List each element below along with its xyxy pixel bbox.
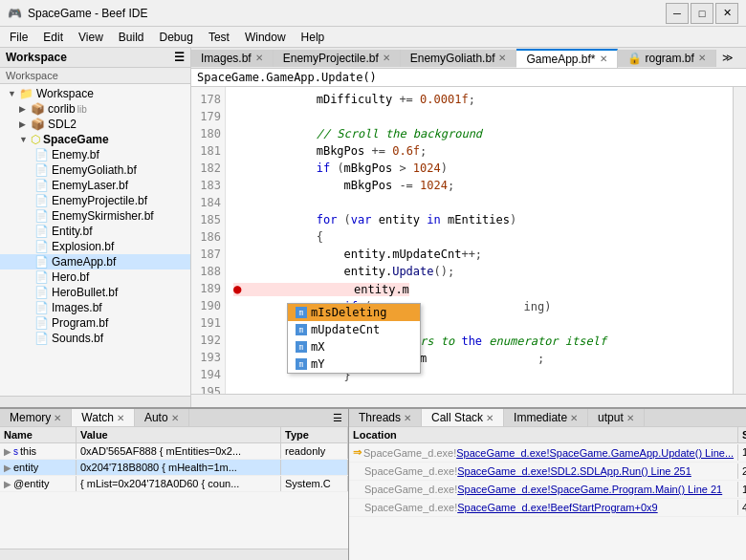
minimize-button[interactable]: ─ (666, 3, 689, 24)
sidebar-tree: ▼ 📁 Workspace ▶ 📦 corlib lib ▶ 📦 SDL2 (0, 84, 190, 396)
tab-threads[interactable]: Threads ✕ (349, 409, 422, 426)
ac-item-3[interactable]: m mY (288, 355, 420, 373)
file-herobullet[interactable]: 📄 HeroBullet.bf (0, 285, 190, 300)
top-section: Workspace ☰ Workspace ▼ 📁 Workspace ▶ 📦 … (0, 48, 746, 407)
menu-debug[interactable]: Debug (152, 29, 201, 46)
file-sounds[interactable]: 📄 Sounds.bf (0, 331, 190, 346)
tree-sdl2[interactable]: ▶ 📦 SDL2 (0, 117, 190, 132)
menu-view[interactable]: View (71, 29, 111, 46)
file-enemylaser[interactable]: 📄 EnemyLaser.bf (0, 178, 190, 193)
file-icon-4: 📄 (34, 209, 49, 223)
tab-overflow-button[interactable]: ≫ (716, 50, 739, 66)
file-icon-1: 📄 (34, 163, 49, 177)
tab-enemyprojectile[interactable]: EnemyProjectile.bf ✕ (274, 50, 401, 67)
watch-type-0: readonly (281, 443, 348, 459)
editor-horizontal-scrollbar[interactable] (191, 394, 746, 407)
ac-item-0[interactable]: m mIsDeleting (288, 304, 420, 321)
app-icon: 🎮 (8, 7, 22, 20)
sidebar-title: Workspace (6, 51, 67, 64)
memory-tab-close[interactable]: ✕ (54, 413, 61, 423)
cs-row-0[interactable]: ⇒ SpaceGame_d.exe!SpaceGame_d.exe!SpaceG… (349, 443, 746, 463)
code-container[interactable]: 178 179 180 181 182 183 184 185 186 187 … (191, 87, 746, 394)
watch-table: Name Value Type ▶ s this 0xAD'565AF888 {… (0, 427, 348, 549)
cs-row-2[interactable]: SpaceGame_d.exe!SpaceGame_d.exe!SpaceGam… (349, 481, 746, 499)
menu-edit[interactable]: Edit (35, 29, 71, 46)
file-hero[interactable]: 📄 Hero.bf (0, 269, 190, 285)
cs-row-1[interactable]: SpaceGame_d.exe!SpaceGame_d.exe!SDL2.SDL… (349, 463, 746, 481)
file-enemyskirmisher[interactable]: 📄 EnemySkirmisher.bf (0, 208, 190, 224)
watch-row-2[interactable]: ▶ @entity { mList=0x204'718A0D60 { coun.… (0, 476, 348, 492)
current-arrow: ⇒ (353, 446, 362, 459)
left-panel-tabs: Memory ✕ Watch ✕ Auto ✕ ☰ (0, 409, 348, 427)
left-panel-overflow[interactable]: ☰ (327, 410, 348, 426)
tab-program[interactable]: 🔒 rogram.bf ✕ (618, 50, 716, 67)
left-panel: Memory ✕ Watch ✕ Auto ✕ ☰ Name (0, 409, 349, 560)
menu-help[interactable]: Help (294, 29, 333, 46)
sidebar-scrollbar[interactable] (0, 396, 190, 407)
sdl2-icon: 📦 (31, 118, 45, 131)
cs-stack-1: 224 (738, 463, 746, 479)
tab-immediate[interactable]: Immediate ✕ (504, 409, 588, 426)
left-panel-scrollbar[interactable] (0, 549, 348, 560)
tree-corlib[interactable]: ▶ 📦 corlib lib (0, 101, 190, 117)
watch-type-2: System.C (281, 476, 348, 491)
file-entity[interactable]: 📄 Entity.bf (0, 224, 190, 239)
threads-tab-close[interactable]: ✕ (404, 413, 411, 423)
ac-icon-3: m (296, 358, 307, 370)
tab-callstack[interactable]: Call Stack ✕ (422, 409, 504, 426)
file-enemygoliath[interactable]: 📄 EnemyGoliath.bf (0, 162, 190, 178)
maximize-button[interactable]: □ (691, 3, 713, 24)
address-text: SpaceGame.GameApp.Update() (197, 71, 377, 84)
file-program[interactable]: 📄 Program.bf (0, 315, 190, 331)
tab-auto[interactable]: Auto ✕ (135, 409, 189, 426)
tab-memory[interactable]: Memory ✕ (0, 409, 72, 426)
ac-item-2[interactable]: m mX (288, 338, 420, 355)
tree-corlib-label: corlib (48, 102, 76, 116)
tree-workspace-label: Workspace (36, 87, 94, 100)
bottom-panels: Memory ✕ Watch ✕ Auto ✕ ☰ Name (0, 409, 746, 560)
ac-item-1[interactable]: m mUpdateCnt (288, 321, 420, 338)
menu-test[interactable]: Test (201, 29, 237, 46)
menu-window[interactable]: Window (237, 29, 294, 46)
cs-loc-1: SpaceGame_d.exe!SpaceGame_d.exe!SDL2.SDL… (349, 463, 738, 479)
file-enemyprojectile[interactable]: 📄 EnemyProjectile.bf (0, 193, 190, 208)
auto-tab-close[interactable]: ✕ (171, 413, 179, 423)
watch-row-0[interactable]: ▶ s this 0xAD'565AF888 { mEntities=0x2..… (0, 443, 348, 460)
tab-close-3[interactable]: ✕ (600, 54, 607, 64)
close-button[interactable]: ✕ (715, 3, 738, 24)
editor-vertical-scrollbar[interactable] (733, 87, 746, 394)
watch-type-1 (281, 460, 348, 475)
tab-gameapp[interactable]: GameApp.bf* ✕ (516, 49, 617, 68)
cs-row-3[interactable]: SpaceGame_d.exe!SpaceGame_d.exe!BeefStar… (349, 499, 746, 517)
tab-close-1[interactable]: ✕ (383, 53, 390, 63)
tab-close-4[interactable]: ✕ (698, 53, 706, 63)
watch-row-1[interactable]: ▶ entity 0x204'718B8080 { mHealth=1m... (0, 460, 348, 476)
tree-workspace[interactable]: ▼ 📁 Workspace (0, 86, 190, 101)
file-images[interactable]: 📄 Images.bf (0, 300, 190, 315)
titlebar-title: SpaceGame - Beef IDE (28, 7, 147, 20)
output-tab-close[interactable]: ✕ (626, 413, 634, 423)
watch-tab-close[interactable]: ✕ (117, 413, 124, 423)
editor-area: Images.bf ✕ EnemyProjectile.bf ✕ EnemyGo… (191, 48, 746, 407)
tab-watch[interactable]: Watch ✕ (72, 409, 135, 426)
col-value: Value (77, 427, 281, 442)
callstack-tab-close[interactable]: ✕ (486, 413, 494, 423)
tab-close-0[interactable]: ✕ (255, 53, 263, 63)
tab-enemygoliath[interactable]: EnemyGoliath.bf ✕ (401, 50, 517, 67)
file-enemy[interactable]: 📄 Enemy.bf (0, 147, 190, 162)
file-icon-2: 📄 (34, 179, 49, 192)
tab-output[interactable]: utput ✕ (588, 409, 645, 426)
file-icon-12: 📄 (34, 332, 49, 345)
menu-build[interactable]: Build (111, 29, 152, 46)
file-explosion[interactable]: 📄 Explosion.bf (0, 239, 190, 254)
tree-spacegame[interactable]: ▼ ⬡ SpaceGame (0, 132, 190, 147)
file-gameapp[interactable]: 📄 GameApp.bf (0, 254, 190, 269)
menu-file[interactable]: File (2, 29, 35, 46)
tab-overflow-icon: 🔒 (627, 52, 642, 65)
immediate-tab-close[interactable]: ✕ (570, 413, 578, 423)
spacegame-icon: ⬡ (31, 133, 40, 146)
sidebar-menu-icon[interactable]: ☰ (174, 51, 185, 64)
cs-loc-3: SpaceGame_d.exe!SpaceGame_d.exe!BeefStar… (349, 500, 738, 515)
tab-images[interactable]: Images.bf ✕ (191, 50, 274, 67)
tab-close-2[interactable]: ✕ (498, 53, 506, 63)
